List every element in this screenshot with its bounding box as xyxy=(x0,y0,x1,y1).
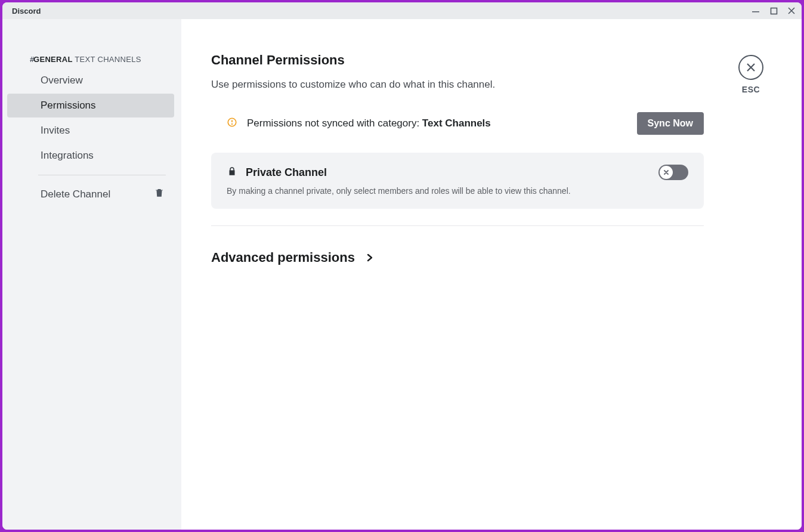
private-description: By making a channel private, only select… xyxy=(227,186,688,196)
sidebar-item-overview[interactable]: Overview xyxy=(7,69,174,92)
minimize-icon[interactable] xyxy=(750,5,761,16)
settings-sidebar: # GENERAL TEXT CHANNELS Overview Permiss… xyxy=(2,19,181,530)
svg-rect-1 xyxy=(771,8,777,14)
page-title: Channel Permissions xyxy=(211,52,748,68)
close-panel: ESC xyxy=(738,55,763,94)
maximize-icon[interactable] xyxy=(768,5,779,16)
sidebar-item-integrations[interactable]: Integrations xyxy=(7,144,174,168)
close-label: ESC xyxy=(742,85,760,94)
trash-icon xyxy=(154,187,165,201)
close-window-icon[interactable] xyxy=(786,5,797,16)
sync-now-button[interactable]: Sync Now xyxy=(637,112,704,135)
toggle-knob-off-icon xyxy=(660,166,673,179)
chevron-right-icon xyxy=(366,250,374,265)
sync-category: Text Channels xyxy=(422,117,491,129)
delete-channel-label: Delete Channel xyxy=(41,188,110,200)
private-title: Private Channel xyxy=(246,166,327,179)
private-card-header: Private Channel xyxy=(227,165,688,180)
private-card-title-row: Private Channel xyxy=(227,166,327,180)
sync-text-prefix: Permissions not synced with category: xyxy=(247,117,422,129)
section-divider xyxy=(211,225,704,226)
sidebar-header-suffix: TEXT CHANNELS xyxy=(75,55,141,64)
svg-point-3 xyxy=(232,123,233,124)
sync-status: Permissions not synced with category: Te… xyxy=(227,117,491,131)
private-channel-card: Private Channel By making a channel priv… xyxy=(211,153,704,209)
app-window: Discord # GENERAL TEXT CHANNELS Overview… xyxy=(2,2,802,530)
advanced-permissions-row[interactable]: Advanced permissions xyxy=(211,250,748,265)
advanced-label: Advanced permissions xyxy=(211,250,355,265)
page-subtitle: Use permissions to customize who can do … xyxy=(211,79,664,91)
sidebar-item-delete-channel[interactable]: Delete Channel xyxy=(7,181,174,207)
sidebar-header: # GENERAL TEXT CHANNELS xyxy=(7,55,174,69)
sync-row: Permissions not synced with category: Te… xyxy=(211,112,704,135)
sidebar-header-prefix: GENERAL xyxy=(33,55,72,64)
sidebar-divider xyxy=(38,175,166,175)
close-settings-button[interactable] xyxy=(738,55,763,80)
title-bar: Discord xyxy=(2,2,802,19)
private-channel-toggle[interactable] xyxy=(658,165,688,180)
main-content: ESC Channel Permissions Use permissions … xyxy=(181,19,802,530)
app-body: # GENERAL TEXT CHANNELS Overview Permiss… xyxy=(2,19,802,530)
window-controls xyxy=(750,5,797,16)
app-title: Discord xyxy=(12,7,41,16)
sidebar-item-permissions[interactable]: Permissions xyxy=(7,94,174,117)
warning-icon xyxy=(227,117,237,131)
svg-rect-0 xyxy=(752,11,759,13)
lock-icon xyxy=(227,166,237,180)
sidebar-item-invites[interactable]: Invites xyxy=(7,119,174,143)
